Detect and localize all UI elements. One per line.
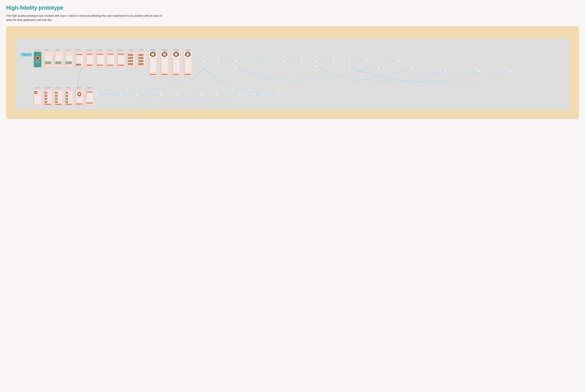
screen-label: Menu: [35, 87, 39, 89]
page-title: High-fidelity prototype: [6, 4, 579, 11]
splash-text-1: TIME 2: [35, 61, 39, 62]
screen-frame[interactable]: [172, 52, 180, 76]
screen-label: 1st scr...: [35, 49, 40, 51]
screen: Order ...: [86, 87, 93, 105]
screen-label: Confir...: [77, 87, 82, 89]
screen: Product: [172, 49, 181, 76]
coffee-photo: [161, 52, 168, 58]
prototype-canvas: Flow 3: [15, 38, 570, 110]
page-description: The high quality prototype was created w…: [6, 14, 167, 22]
screen-label: Product: [150, 49, 155, 51]
screen: Group ...: [54, 87, 62, 105]
screen: My Cart: [44, 87, 52, 105]
screen-frame[interactable]: [107, 52, 114, 67]
coffee-logo-icon: [35, 56, 40, 60]
screens-row-2: MenuMy CartGroup ...Check...Confir...Ord…: [34, 87, 567, 105]
screen-frame[interactable]: [86, 52, 93, 67]
screen-label: Login ...: [56, 49, 61, 51]
screen-label: Sign-u...: [45, 49, 51, 51]
screen: Categ...: [138, 49, 146, 67]
screen-frame[interactable]: [149, 52, 157, 76]
flow-badge[interactable]: Flow 3: [21, 53, 32, 56]
screen-label: Check...: [66, 87, 72, 89]
screen-frame[interactable]: TIME 2coffee: [34, 52, 41, 67]
prototype-frame-outer: Flow 3: [6, 26, 579, 119]
screen-frame[interactable]: [138, 52, 146, 67]
screen-frame[interactable]: [184, 52, 192, 76]
screen-label: Home ...: [76, 49, 82, 51]
screen-frame[interactable]: [44, 52, 52, 67]
screen: 1st scr...TIME 2coffee: [34, 49, 41, 67]
screen-frame[interactable]: [54, 52, 62, 67]
screen: Menu: [34, 87, 41, 105]
screen: Product: [183, 49, 192, 76]
screen-frame[interactable]: [34, 90, 41, 105]
screen-label: Product: [173, 49, 179, 51]
screen: Queue...: [107, 49, 114, 67]
screen-label: Product: [185, 49, 190, 51]
screen-label: Group ...: [55, 87, 61, 89]
screen: Login ...: [54, 49, 62, 67]
screen-frame[interactable]: [44, 90, 52, 105]
screen: Check...: [65, 87, 73, 105]
screen-frame[interactable]: [117, 52, 125, 67]
coffee-photo: [172, 52, 180, 58]
screen-frame[interactable]: [54, 90, 62, 105]
screen: Sign-u...: [44, 49, 52, 67]
coffee-photo: [149, 52, 156, 58]
flow-badge-label: Flow 3: [23, 54, 28, 56]
screens-row-1: 1st scr...TIME 2coffeeSign-u...Login ...…: [34, 49, 567, 76]
splash-text-2: coffee: [36, 62, 39, 63]
screen: Product: [148, 49, 157, 76]
screen-label: Locati...: [87, 49, 92, 51]
screen: Locati...: [96, 49, 104, 67]
screen-label: Categ...: [129, 49, 134, 51]
screen-frame[interactable]: [75, 90, 83, 105]
play-icon: [29, 54, 30, 55]
screen-frame[interactable]: [96, 52, 104, 67]
screen-label: Login ...: [66, 49, 71, 51]
screen-frame[interactable]: [75, 52, 83, 67]
screen-label: Booki...: [118, 49, 123, 51]
screen: Login ...: [65, 49, 73, 67]
screen: Booki...: [117, 49, 125, 67]
screen: Locati...: [86, 49, 93, 67]
coffee-photo: [184, 52, 191, 58]
screen-frame[interactable]: [65, 90, 73, 105]
screen: Product: [160, 49, 169, 76]
screen-frame[interactable]: [127, 52, 135, 67]
screen-frame[interactable]: [161, 52, 168, 76]
screen-label: Queue...: [108, 49, 113, 51]
screen-label: My Cart: [45, 87, 51, 89]
screen: Home ...: [75, 49, 83, 67]
screen-label: Product: [162, 49, 167, 51]
screen: Categ...: [127, 49, 135, 67]
screen-label: Order ...: [87, 87, 93, 89]
screen-label: Categ...: [139, 49, 144, 51]
screen-label: Locati...: [97, 49, 103, 51]
screen-frame[interactable]: [65, 52, 73, 67]
screen-frame[interactable]: [86, 90, 93, 105]
screen: Confir...: [75, 87, 83, 105]
